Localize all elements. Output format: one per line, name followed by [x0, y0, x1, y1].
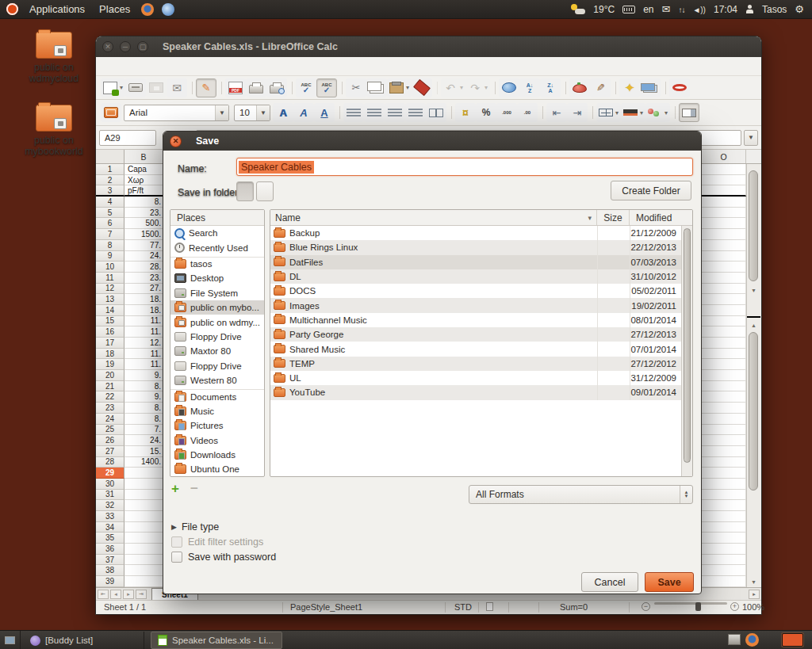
thunderbird-launcher-icon[interactable]	[162, 3, 174, 16]
row-header[interactable]: 8	[96, 240, 124, 251]
row-header[interactable]: 37	[96, 555, 124, 566]
cell-b[interactable]	[124, 500, 163, 511]
cell-b[interactable]	[124, 565, 163, 576]
row-header[interactable]: 31	[96, 490, 124, 501]
cell-b[interactable]: 28.	[124, 262, 163, 273]
align-left-button[interactable]	[343, 103, 364, 122]
menu-item[interactable]	[131, 64, 145, 69]
places-item[interactable]: File System	[170, 286, 264, 300]
cell-o[interactable]	[702, 511, 746, 522]
places-item[interactable]: Maxtor 80	[170, 344, 264, 358]
row-header[interactable]: 32	[96, 500, 124, 511]
row-header[interactable]: 20	[96, 370, 124, 381]
undo-button[interactable]	[441, 78, 465, 97]
italic-button[interactable]	[293, 103, 314, 122]
export-pdf-button[interactable]	[225, 78, 246, 97]
cell-o[interactable]	[702, 544, 746, 555]
file-row[interactable]: DL 31/10/2012	[270, 269, 681, 284]
cell-b[interactable]: 11.	[124, 326, 163, 338]
cell-b[interactable]: Capa	[124, 164, 163, 175]
column-name[interactable]: Name	[270, 210, 597, 225]
image-tray-icon[interactable]	[728, 634, 741, 645]
row-header[interactable]: 19	[96, 359, 124, 370]
spelling-button[interactable]	[296, 78, 316, 97]
row-header[interactable]: 11	[96, 273, 124, 284]
sidebar-button[interactable]	[679, 103, 699, 122]
menu-item[interactable]	[102, 64, 117, 69]
open-button[interactable]	[125, 78, 146, 97]
cell-o[interactable]	[702, 305, 746, 316]
clone-formatting-button[interactable]	[412, 78, 432, 97]
places-menu[interactable]: Places	[96, 3, 133, 15]
file-row[interactable]: Multichannel Music 08/01/2014	[270, 313, 681, 327]
taskbar-item[interactable]: [Buddy List]	[24, 632, 144, 649]
row-header[interactable]: 38	[96, 565, 124, 576]
paste-button[interactable]	[387, 78, 412, 97]
currency-button[interactable]	[455, 103, 476, 122]
cell-o[interactable]	[702, 294, 746, 305]
cell-b[interactable]: 11.	[124, 359, 163, 370]
places-item[interactable]: Desktop	[170, 271, 264, 285]
cell-o[interactable]	[702, 316, 746, 327]
places-item[interactable]: Recently Used	[170, 240, 264, 254]
sort-ascending-button[interactable]	[519, 78, 540, 97]
menu-item[interactable]	[145, 64, 159, 69]
gallery-button[interactable]	[640, 78, 661, 97]
vertical-scrollbar[interactable]: ▼ ▲ ▼	[746, 164, 760, 587]
row-header[interactable]: 16	[96, 326, 124, 338]
copy-button[interactable]	[366, 78, 387, 97]
menu-item[interactable]	[117, 64, 131, 69]
cell-o[interactable]	[702, 208, 746, 219]
cell-b[interactable]	[124, 490, 163, 501]
places-item[interactable]: Western 80	[170, 373, 264, 387]
menu-item[interactable]	[202, 64, 216, 69]
cell-b[interactable]	[124, 468, 163, 479]
firefox-launcher-icon[interactable]	[141, 3, 154, 16]
cell-b[interactable]	[124, 576, 163, 587]
row-header[interactable]: 9	[96, 251, 124, 262]
cell-b[interactable]: 15.	[124, 446, 163, 457]
cell-b[interactable]	[124, 544, 163, 555]
row-header[interactable]: 5	[96, 208, 124, 219]
select-all-corner[interactable]	[96, 150, 124, 163]
window-titlebar[interactable]: ✕ ─ ▢ Speaker Cables.xls - LibreOffice C…	[96, 36, 761, 57]
row-header[interactable]: 17	[96, 338, 124, 349]
places-item[interactable]: Music	[170, 404, 264, 418]
align-right-button[interactable]	[385, 103, 405, 122]
row-header[interactable]: 15	[96, 316, 124, 327]
cell-o[interactable]	[702, 370, 746, 381]
clock[interactable]: 17:04	[714, 4, 737, 15]
language-indicator[interactable]: en	[643, 4, 653, 15]
places-item[interactable]: Floppy Drive	[170, 359, 264, 373]
cell-b[interactable]: 9.	[124, 370, 163, 381]
cell-b[interactable]: 9.	[124, 391, 163, 403]
align-center-button[interactable]	[364, 103, 385, 122]
add-place-button[interactable]: +	[171, 483, 179, 494]
selection-mode-label[interactable]: STD	[454, 602, 472, 612]
cell-b[interactable]: 23.	[124, 208, 163, 219]
cell-o[interactable]	[702, 229, 746, 240]
row-header[interactable]: 7	[96, 229, 124, 240]
spinner-icons[interactable]: ▲▼	[680, 486, 692, 503]
file-row[interactable]: Blue Rings Linux 22/12/2013	[270, 240, 681, 254]
cell-o[interactable]	[702, 273, 746, 284]
cell-b[interactable]: 27.	[124, 284, 163, 295]
file-row[interactable]: Party George 27/12/2013	[270, 327, 681, 342]
file-row[interactable]: DatFiles 07/03/2013	[270, 255, 681, 269]
increase-indent-button[interactable]	[567, 103, 588, 122]
places-item[interactable]: Floppy Drive	[170, 330, 264, 344]
row-header[interactable]: 30	[96, 479, 124, 490]
minimize-window-icon[interactable]: ─	[120, 41, 131, 52]
cell-b[interactable]: 18.	[124, 305, 163, 316]
percent-button[interactable]	[476, 103, 496, 122]
column-header-o[interactable]: O	[701, 150, 746, 163]
cell-o[interactable]	[702, 381, 746, 392]
cell-b[interactable]	[124, 555, 163, 566]
ubuntu-logo-icon[interactable]	[6, 3, 18, 15]
volume-icon[interactable]	[692, 4, 706, 15]
cell-o[interactable]	[702, 555, 746, 566]
zoom-out-icon[interactable]: −	[642, 602, 650, 611]
last-sheet-icon[interactable]: ⇥	[136, 590, 147, 599]
row-header[interactable]: 10	[96, 262, 124, 273]
cell-o[interactable]	[702, 338, 746, 349]
